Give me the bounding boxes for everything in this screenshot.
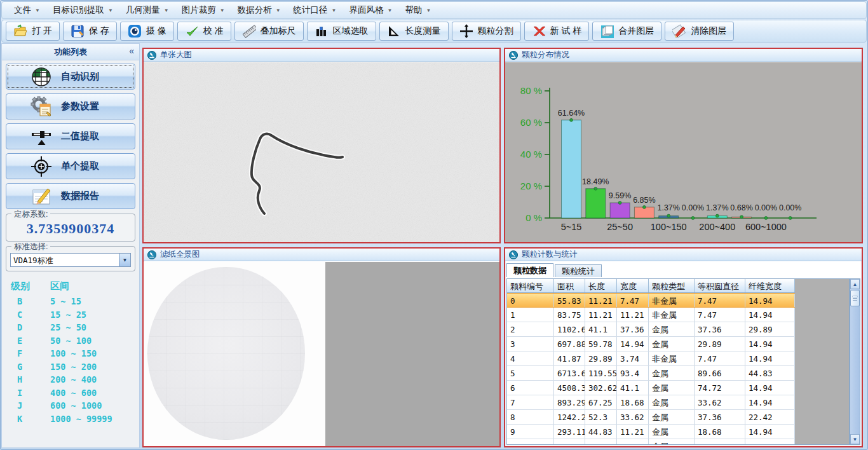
menu-item-4[interactable]: 数据分析▼	[232, 3, 287, 18]
toolbar-button-label: 区域选取	[333, 25, 369, 37]
table-cell: 293.11	[554, 425, 585, 439]
menu-item-label: 帮助	[405, 4, 422, 16]
table-cell: 1242.23	[554, 410, 585, 424]
table-cell: 金属	[649, 410, 695, 424]
filter-panorama-view[interactable]	[144, 262, 499, 446]
table-row[interactable]: 81242.2352.333.62金属37.3622.42	[507, 410, 795, 425]
table-row[interactable]: 183.7511.2111.21非金属7.4714.94	[507, 308, 795, 322]
toolbar-button-10[interactable]: 清除图层	[665, 22, 734, 41]
x-axis-tick-label: 5~15	[561, 222, 582, 232]
table-cell: 6	[507, 381, 554, 395]
calibration-groupbox: 定标系数: 3.7359900374	[6, 214, 135, 242]
menu-item-7[interactable]: 帮助▼	[399, 3, 437, 18]
clear-layers-icon	[672, 24, 686, 38]
menu-item-6[interactable]: 界面风格▼	[344, 3, 398, 18]
chevron-down-icon: ▼	[220, 8, 225, 13]
table-cell: 18.68	[617, 395, 649, 409]
level-row: F100 ~ 150	[11, 347, 139, 360]
toolbar-button-5[interactable]: 区域选取	[307, 22, 376, 41]
menu-item-5[interactable]: 统计口径▼	[288, 3, 342, 18]
menu-item-label: 数据分析	[238, 4, 272, 16]
toolbar-button-1[interactable]: 保 存	[63, 22, 117, 41]
table-cell: 4	[507, 351, 554, 365]
table-row[interactable]: 21102.6541.137.36金属37.3629.89	[507, 322, 795, 337]
toolbar-button-9[interactable]: 合并图层	[592, 22, 661, 41]
tab-particle-data[interactable]: 颗粒数据	[506, 263, 553, 277]
toolbar-button-3[interactable]: 校 准	[177, 22, 231, 41]
scroll-up-icon[interactable]: ▲	[850, 279, 860, 289]
filter-paper-background	[144, 262, 325, 446]
table-row[interactable]: 055.8311.217.47非金属7.4714.94	[507, 293, 795, 308]
chevron-down-icon: ▼	[35, 8, 40, 13]
toolbar-button-6[interactable]: 长度测量	[379, 22, 449, 41]
toolbar-button-8[interactable]: 新 试 样	[524, 22, 590, 41]
y-axis-tick-label: 40 %	[520, 149, 542, 160]
table-cell: 0	[507, 294, 554, 307]
table-cell: 83.75	[554, 308, 585, 322]
table-row[interactable]: 3697.8859.7814.94金属29.8914.94	[507, 337, 795, 351]
chevron-down-icon[interactable]: ▼	[119, 254, 130, 266]
sidebar-button-4[interactable]: 数据报告	[6, 183, 135, 209]
toolbar-button-2[interactable]: 摄 像	[120, 22, 174, 41]
single-extract-icon	[29, 154, 53, 179]
panel-statistics-titlebar: 颗粒计数与统计	[505, 249, 862, 261]
table-row-partial[interactable]: 金属	[507, 439, 795, 445]
table-row[interactable]: 64508.31302.6241.1金属74.7214.94	[507, 381, 795, 395]
menu-item-1[interactable]: 目标识别提取▼	[47, 3, 119, 18]
table-cell: 697.88	[554, 337, 585, 351]
table-cell: 3.74	[617, 351, 649, 365]
sidebar-button-label: 数据报告	[61, 190, 99, 202]
table-scrollbar[interactable]: ▲ ▼	[850, 278, 860, 445]
table-cell: 非金属	[649, 294, 695, 307]
calibration-value: 3.7359900374	[10, 221, 131, 237]
table-row[interactable]: 56713.62119.5593.4金属89.6644.83	[507, 366, 795, 381]
sidebar-button-3[interactable]: 单个提取	[6, 153, 135, 179]
table-row[interactable]: 441.8729.893.74非金属7.4714.94	[507, 351, 795, 366]
sidebar-button-2[interactable]: 二值提取	[6, 123, 135, 149]
param-settings-icon	[29, 95, 53, 119]
toolbar-button-label: 颗粒分割	[478, 25, 513, 37]
table-cell: 59.78	[585, 337, 617, 351]
toolbar-button-0[interactable]: 打 开	[6, 22, 60, 41]
scrollbar-thumb[interactable]	[850, 290, 860, 306]
menu-item-2[interactable]: 几何测量▼	[120, 3, 175, 18]
single-image-view[interactable]	[144, 62, 499, 242]
scroll-down-icon[interactable]: ▼	[850, 434, 860, 444]
table-cell: 29.89	[585, 351, 617, 365]
menu-item-0[interactable]: 文件▼	[8, 3, 46, 18]
table-cell: 14.94	[745, 395, 795, 409]
sidebar-collapse-button[interactable]: «	[129, 46, 134, 56]
table-cell: 7	[507, 395, 554, 409]
table-cell: 67.25	[585, 395, 617, 409]
table-cell: 37.36	[617, 322, 649, 336]
table-cell: 893.29	[554, 395, 585, 409]
table-row[interactable]: 9293.1144.8311.21金属18.6814.94	[507, 425, 795, 439]
toolbar-button-label: 清除图层	[691, 25, 726, 37]
sidebar-button-1[interactable]: 参数设置	[6, 93, 135, 119]
table-row[interactable]: 7893.2967.2518.68金属33.6214.94	[507, 395, 795, 410]
table-cell: 14.94	[745, 425, 795, 439]
auto-recognize-icon	[29, 65, 53, 89]
sidebar-button-0[interactable]: 自动识别	[6, 64, 135, 90]
column-header: 颗粒类型	[649, 279, 695, 292]
table-cell: 1	[507, 308, 554, 322]
table-cell: 33.62	[617, 410, 649, 424]
table-cell: 4508.31	[554, 381, 585, 395]
sidebar-button-label: 二值提取	[61, 130, 99, 142]
table-cell: 37.36	[695, 410, 745, 424]
toolbar-button-7[interactable]: 颗粒分割	[452, 22, 521, 41]
microscope-icon	[509, 250, 518, 259]
standard-select[interactable]: VDA19标准 ▼	[10, 253, 131, 267]
table-cell: 1102.65	[554, 322, 585, 336]
chevron-down-icon: ▼	[332, 8, 337, 13]
tab-particle-stats[interactable]: 颗粒统计	[555, 264, 602, 277]
statistics-body: 颗粒数据颗粒统计 颗料编号面积长度宽度颗粒类型等积圆直径纤维宽度055.8311…	[505, 262, 862, 446]
filter-paper-circle	[147, 267, 305, 440]
table-cell: 11.21	[585, 294, 617, 307]
level-row: H200 ~ 400	[11, 373, 139, 386]
panorama-empty-area	[325, 262, 499, 446]
menu-item-3[interactable]: 图片裁剪▼	[176, 3, 231, 18]
x-axis-tick-label: 600~1000	[745, 222, 787, 232]
toolbar-button-4[interactable]: 叠加标尺	[234, 22, 304, 41]
microscope-icon	[147, 51, 156, 60]
